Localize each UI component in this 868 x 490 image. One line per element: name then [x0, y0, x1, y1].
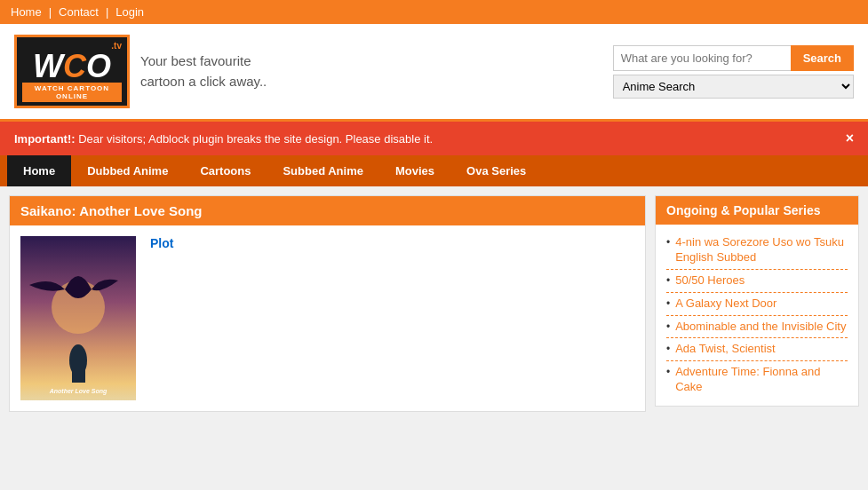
separator-1: | — [49, 5, 52, 19]
plot-link[interactable]: Plot — [150, 236, 173, 250]
sidebar-link-3[interactable]: Abominable and the Invisible City — [675, 320, 846, 335]
content-card: Saikano: Another Love Song — [9, 195, 646, 412]
list-item: • 4-nin wa Sorezore Uso wo Tsuku English… — [666, 232, 848, 270]
list-item: • A Galaxy Next Door — [666, 293, 848, 316]
alert-text: Important!: Dear visitors; Adblock plugi… — [14, 132, 433, 146]
anime-poster: Another Love Song — [20, 236, 136, 400]
sidebar-card: Ongoing & Popular Series • 4-nin wa Sore… — [655, 195, 859, 407]
main-content: Saikano: Another Love Song — [9, 195, 646, 412]
sidebar-list: • 4-nin wa Sorezore Uso wo Tsuku English… — [656, 225, 858, 406]
nav-home[interactable]: Home — [7, 155, 71, 186]
svg-text:Another Love Song: Another Love Song — [49, 388, 108, 395]
nav-ova-series[interactable]: Ova Series — [450, 155, 542, 186]
nav-dubbed-anime[interactable]: Dubbed Anime — [71, 155, 184, 186]
sidebar-link-2[interactable]: A Galaxy Next Door — [675, 296, 776, 312]
top-nav-login[interactable]: Login — [115, 5, 144, 19]
sidebar-link-1[interactable]: 50/50 Heroes — [675, 273, 745, 288]
bullet-icon: • — [666, 236, 670, 249]
alert-close-button[interactable]: × — [846, 130, 854, 146]
sidebar-link-4[interactable]: Ada Twist, Scientist — [675, 342, 775, 357]
sidebar-link-0[interactable]: 4-nin wa Sorezore Uso wo Tsuku English S… — [675, 235, 848, 265]
nav-cartoons[interactable]: Cartoons — [184, 155, 267, 186]
search-type-select[interactable]: Anime SearchCartoon SearchMovie Search — [613, 75, 854, 99]
header: .tv WCO WATCH CARTOON ONLINE Your best f… — [0, 24, 868, 122]
sidebar: Ongoing & Popular Series • 4-nin wa Sore… — [655, 195, 859, 412]
content-title: Saikano: Another Love Song — [10, 196, 645, 225]
main-nav: Home Dubbed Anime Cartoons Subbed Anime … — [0, 155, 868, 186]
search-row: Search — [613, 45, 854, 71]
logo-subtitle: WATCH CARTOON ONLINE — [22, 83, 122, 102]
alert-bar: Important!: Dear visitors; Adblock plugi… — [0, 122, 868, 155]
content-area: Saikano: Another Love Song — [0, 186, 868, 421]
list-item: • Ada Twist, Scientist — [666, 338, 848, 361]
logo-wco-text: WCO — [33, 51, 111, 83]
svg-rect-3 — [72, 360, 85, 383]
sidebar-link-5[interactable]: Adventure Time: Fionna and Cake — [675, 365, 848, 395]
nav-subbed-anime[interactable]: Subbed Anime — [267, 155, 379, 186]
top-nav: Home | Contact | Login — [0, 0, 868, 24]
nav-movies[interactable]: Movies — [379, 155, 450, 186]
bullet-icon: • — [666, 297, 670, 310]
bullet-icon: • — [666, 274, 670, 287]
search-input[interactable] — [613, 45, 791, 71]
logo-box: .tv WCO WATCH CARTOON ONLINE — [14, 35, 130, 108]
bullet-icon: • — [666, 366, 670, 378]
plot-section: Plot — [150, 236, 173, 400]
alert-body: Dear visitors; Adblock plugin breaks the… — [78, 132, 433, 146]
sidebar-title: Ongoing & Popular Series — [656, 196, 858, 225]
logo-tv-label: .tv — [111, 41, 122, 51]
bullet-icon: • — [666, 320, 670, 333]
list-item: • Adventure Time: Fionna and Cake — [666, 361, 848, 399]
logo-area: .tv WCO WATCH CARTOON ONLINE Your best f… — [14, 35, 267, 108]
separator-2: | — [106, 5, 108, 19]
tagline: Your best favourite cartoon a click away… — [140, 51, 267, 91]
alert-bold: Important!: — [14, 132, 76, 146]
list-item: • 50/50 Heroes — [666, 270, 848, 293]
top-nav-home[interactable]: Home — [11, 5, 42, 19]
content-body: Another Love Song Plot — [10, 225, 645, 411]
search-area: Search Anime SearchCartoon SearchMovie S… — [613, 45, 854, 99]
top-nav-contact[interactable]: Contact — [59, 5, 99, 19]
bullet-icon: • — [666, 343, 670, 355]
search-button[interactable]: Search — [791, 45, 854, 71]
list-item: • Abominable and the Invisible City — [666, 316, 848, 339]
